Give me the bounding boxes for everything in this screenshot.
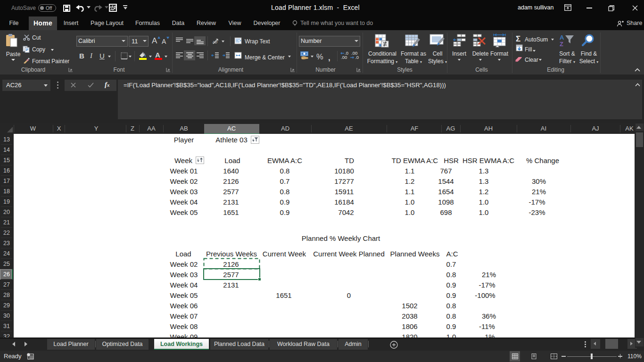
svg-text:ab: ab bbox=[213, 40, 217, 44]
